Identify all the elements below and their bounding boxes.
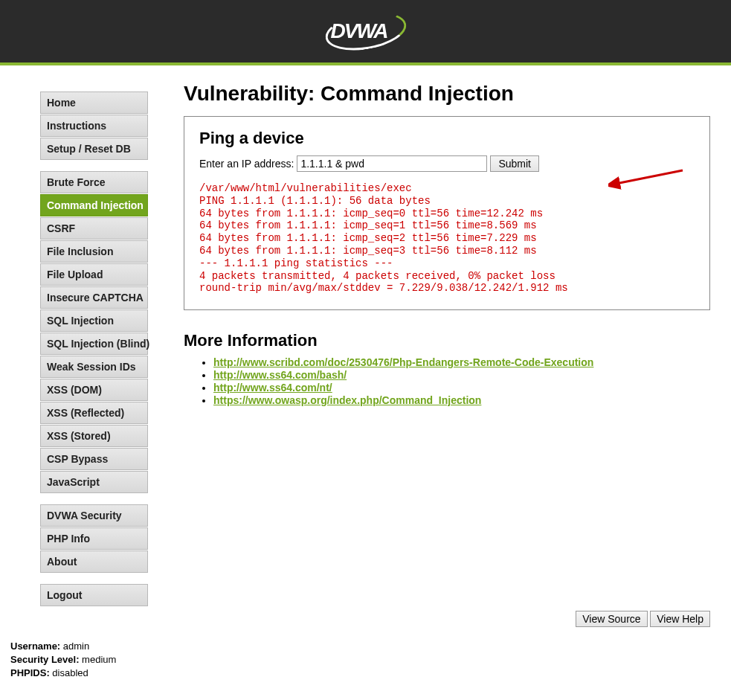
sidebar-item-csp-bypass[interactable]: CSP Bypass bbox=[40, 448, 148, 470]
sidebar-item-file-upload[interactable]: File Upload bbox=[40, 263, 148, 286]
sidebar-item-sql-injection[interactable]: SQL Injection bbox=[40, 309, 148, 332]
sidebar-item-home[interactable]: Home bbox=[40, 91, 148, 114]
sidebar-group-2: Brute ForceCommand InjectionCSRFFile Inc… bbox=[10, 171, 148, 493]
container: HomeInstructionsSetup / Reset DB Brute F… bbox=[0, 65, 731, 688]
sidebar-item-csrf[interactable]: CSRF bbox=[40, 217, 148, 240]
more-info-title: More Information bbox=[184, 331, 710, 350]
main-content: Vulnerability: Command Injection Ping a … bbox=[148, 82, 721, 627]
list-item: http://www.ss64.com/nt/ bbox=[213, 382, 710, 394]
info-link[interactable]: http://www.scribd.com/doc/2530476/Php-En… bbox=[213, 356, 593, 368]
sidebar-item-javascript[interactable]: JavaScript bbox=[40, 471, 148, 493]
info-link[interactable]: http://www.ss64.com/bash/ bbox=[213, 369, 347, 381]
list-item: http://www.ss64.com/bash/ bbox=[213, 369, 710, 381]
info-links: http://www.scribd.com/doc/2530476/Php-En… bbox=[184, 356, 710, 406]
sidebar: HomeInstructionsSetup / Reset DB Brute F… bbox=[10, 82, 148, 681]
sidebar-item-xss-reflected-[interactable]: XSS (Reflected) bbox=[40, 402, 148, 424]
sidebar-item-weak-session-ids[interactable]: Weak Session IDs bbox=[40, 356, 148, 378]
sidebar-item-logout[interactable]: Logout bbox=[40, 584, 148, 606]
logo: DVWA bbox=[325, 10, 407, 52]
header: DVWA bbox=[0, 0, 731, 65]
view-help-button[interactable]: View Help bbox=[650, 611, 710, 627]
page-title: Vulnerability: Command Injection bbox=[184, 82, 710, 106]
view-source-button[interactable]: View Source bbox=[576, 611, 647, 627]
sidebar-item-php-info[interactable]: PHP Info bbox=[40, 527, 148, 550]
sidebar-item-setup-reset-db[interactable]: Setup / Reset DB bbox=[40, 138, 148, 160]
sidebar-item-xss-stored-[interactable]: XSS (Stored) bbox=[40, 425, 148, 447]
list-item: https://www.owasp.org/index.php/Command_… bbox=[213, 394, 710, 406]
ping-form-box: Ping a device Enter an IP address: Submi… bbox=[184, 116, 710, 310]
status-block: Username: admin Security Level: medium P… bbox=[10, 640, 148, 681]
sidebar-item-command-injection[interactable]: Command Injection bbox=[40, 194, 148, 216]
ip-input[interactable] bbox=[297, 155, 487, 172]
ip-label: Enter an IP address: bbox=[199, 158, 294, 170]
command-output: /var/www/html/vulnerabilities/exec PING … bbox=[199, 182, 695, 295]
info-link[interactable]: https://www.owasp.org/index.php/Command_… bbox=[213, 394, 481, 406]
sidebar-item-brute-force[interactable]: Brute Force bbox=[40, 171, 148, 193]
sidebar-group-4: Logout bbox=[10, 584, 148, 606]
sidebar-item-about[interactable]: About bbox=[40, 550, 148, 573]
phpids-label: PHPIDS: bbox=[10, 667, 50, 678]
security-level-label: Security Level: bbox=[10, 654, 80, 665]
security-level-value: medium bbox=[80, 654, 117, 665]
form-title: Ping a device bbox=[199, 129, 695, 148]
list-item: http://www.scribd.com/doc/2530476/Php-En… bbox=[213, 356, 710, 368]
sidebar-group-3: DVWA SecurityPHP InfoAbout bbox=[10, 504, 148, 573]
sidebar-item-xss-dom-[interactable]: XSS (DOM) bbox=[40, 379, 148, 401]
username-value: admin bbox=[60, 640, 89, 652]
sidebar-item-dvwa-security[interactable]: DVWA Security bbox=[40, 504, 148, 527]
info-link[interactable]: http://www.ss64.com/nt/ bbox=[213, 382, 332, 394]
sidebar-item-insecure-captcha[interactable]: Insecure CAPTCHA bbox=[40, 286, 148, 309]
right-buttons: View Source View Help bbox=[184, 611, 710, 627]
submit-button[interactable]: Submit bbox=[490, 155, 539, 172]
sidebar-group-1: HomeInstructionsSetup / Reset DB bbox=[10, 91, 148, 160]
phpids-value: disabled bbox=[50, 667, 88, 678]
sidebar-item-instructions[interactable]: Instructions bbox=[40, 115, 148, 137]
username-label: Username: bbox=[10, 640, 60, 652]
logo-text: DVWA bbox=[331, 19, 387, 43]
sidebar-item-sql-injection-blind-[interactable]: SQL Injection (Blind) bbox=[40, 333, 148, 355]
sidebar-item-file-inclusion[interactable]: File Inclusion bbox=[40, 240, 148, 263]
